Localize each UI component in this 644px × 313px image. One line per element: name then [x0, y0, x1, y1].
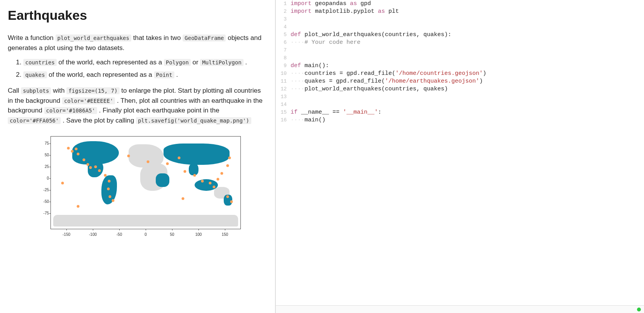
code-line[interactable]: 15if __name__ == '__main__': [276, 109, 644, 116]
map-axes: -150 -100 -50 0 50 100 150 [50, 136, 241, 229]
y-tick-label: -25 [40, 188, 49, 192]
code-content[interactable]: ····plot_world_earthquakes(countries, qu… [291, 85, 448, 93]
code-line[interactable]: 2import matplotlib.pyplot as plt [276, 8, 644, 16]
text: of the world, each represented as a [49, 71, 154, 78]
code-line[interactable]: 14 [276, 101, 644, 109]
text: . [245, 59, 247, 66]
code-color: color='#EEEEEE' [62, 97, 115, 104]
code-line[interactable]: 7 [276, 47, 644, 54]
x-tick-label: -50 [117, 232, 122, 237]
code-color: color='#1086A5' [44, 107, 97, 114]
code-arg: figsize=(15, 7) [66, 87, 119, 94]
code-color: color='#FFA056' [8, 117, 61, 124]
list-item: countries of the world, each represented… [23, 57, 267, 67]
code-line[interactable]: 9def main(): [276, 62, 644, 70]
line-number: 13 [276, 93, 291, 101]
text: Call [8, 87, 21, 94]
line-number: 1 [276, 0, 291, 8]
code-arg: countries [23, 59, 57, 66]
y-tick-label: 25 [40, 164, 49, 169]
x-tick-label: 0 [144, 232, 147, 237]
line-number: 12 [276, 85, 291, 93]
x-tick-label: -150 [63, 232, 70, 237]
code-type: Polygon [164, 59, 191, 66]
y-tick-label: 75 [40, 141, 49, 145]
code-line[interactable]: 5def plot_world_earthquakes(countries, q… [276, 31, 644, 39]
status-bar [276, 305, 644, 313]
y-tick-label: -50 [40, 199, 49, 204]
code-content[interactable]: import matplotlib.pyplot as plt [291, 8, 399, 16]
code-line[interactable]: 10····countries = gpd.read_file('/home/c… [276, 70, 644, 78]
line-number: 8 [276, 54, 291, 62]
code-content[interactable]: def plot_world_earthquakes(countries, qu… [291, 31, 451, 39]
code-call: subplots [21, 87, 51, 94]
text: . Finally plot each earthquake point in … [99, 107, 219, 114]
text: that takes in two [133, 34, 183, 42]
code-content[interactable]: if __name__ == '__main__': [291, 109, 381, 116]
code-type: Point [154, 71, 174, 78]
code-line[interactable]: 8 [276, 54, 644, 62]
code-line[interactable]: 1import geopandas as gpd [276, 0, 644, 8]
code-line[interactable]: 11····quakes = gpd.read_file('/home/eart… [276, 78, 644, 85]
text: . [176, 71, 178, 78]
y-tick-label: 50 [40, 153, 49, 157]
code-content[interactable]: ····quakes = gpd.read_file('/home/earthq… [291, 78, 483, 85]
x-tick-label: 100 [195, 232, 202, 237]
y-tick-label: 0 [40, 176, 49, 180]
text: or [193, 59, 200, 66]
code-save: plt.savefig('world_quake_map.png') [136, 117, 251, 124]
line-number: 11 [276, 78, 291, 85]
line-number: 2 [276, 8, 291, 16]
code-fn-name: plot_world_earthquakes [56, 35, 131, 42]
argument-list: countries of the world, each represented… [23, 57, 267, 80]
code-content[interactable]: ····countries = gpd.read_file('/home/cou… [291, 70, 486, 78]
line-number: 15 [276, 109, 291, 116]
line-number: 16 [276, 116, 291, 124]
code-content[interactable]: ····main() [291, 116, 325, 124]
page-title: Earthquakes [8, 8, 267, 23]
x-tick-label: 150 [222, 232, 228, 237]
x-tick-label: -100 [89, 232, 97, 237]
line-number: 3 [276, 16, 291, 23]
problem-description: Write a function plot_world_earthquakes … [8, 33, 267, 125]
code-editor[interactable]: 1import geopandas as gpd2import matplotl… [276, 0, 644, 313]
paragraph-1: Write a function plot_world_earthquakes … [8, 33, 267, 53]
code-line[interactable]: 13 [276, 93, 644, 101]
reference-map-figure: 75 50 25 0 -25 -50 -75 [35, 135, 267, 239]
code-line[interactable]: 16····main() [276, 116, 644, 124]
code-line[interactable]: 12····plot_world_earthquakes(countries, … [276, 85, 644, 93]
x-tick-label: 50 [170, 232, 174, 237]
code-line[interactable]: 3 [276, 16, 644, 23]
y-tick-label: -75 [40, 211, 49, 215]
problem-panel: Earthquakes Write a function plot_world_… [0, 0, 276, 313]
text: with [53, 87, 66, 94]
code-type: MultiPolygon [200, 59, 243, 66]
line-number: 14 [276, 101, 291, 109]
code-content[interactable]: import geopandas as gpd [291, 0, 371, 8]
status-ok-icon [637, 308, 641, 311]
line-number: 10 [276, 70, 291, 78]
line-number: 6 [276, 39, 291, 47]
line-number: 9 [276, 62, 291, 70]
code-content[interactable]: ····# Your code here [291, 39, 360, 47]
text: Write a function [8, 34, 56, 42]
list-item: quakes of the world, each represented as… [23, 70, 267, 80]
code-class: GeoDataFrame [183, 35, 226, 42]
code-content[interactable]: def main(): [291, 62, 329, 70]
line-number: 5 [276, 31, 291, 39]
line-number: 7 [276, 47, 291, 54]
text: . Save the plot by calling [63, 117, 136, 124]
line-number: 4 [276, 23, 291, 31]
code-line[interactable]: 6····# Your code here [276, 39, 644, 47]
code-arg: quakes [23, 71, 47, 78]
text: of the world, each represented as a [59, 59, 164, 66]
code-line[interactable]: 4 [276, 23, 644, 31]
paragraph-2: Call subplots with figsize=(15, 7) to en… [8, 86, 267, 125]
